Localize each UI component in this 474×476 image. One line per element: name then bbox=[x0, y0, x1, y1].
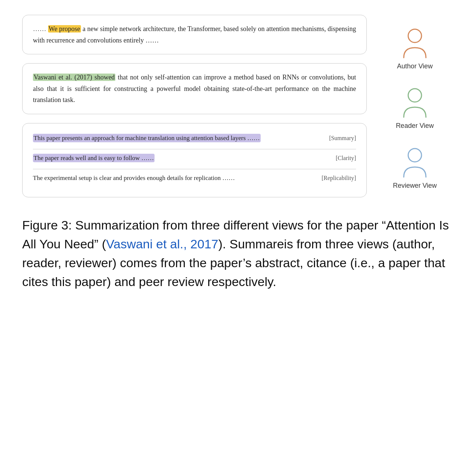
figure-caption: Figure 3: Summarization from three diffe… bbox=[22, 216, 452, 291]
reviewer-clarity-tag: [Clarity] bbox=[336, 153, 356, 163]
svg-point-0 bbox=[408, 29, 421, 42]
reviewer-row-summary: This paper presents an approach for mach… bbox=[33, 132, 356, 145]
caption-link[interactable]: Vaswani et al., 2017 bbox=[106, 237, 219, 251]
avatars-column: Author View Reader View Reviewer View bbox=[378, 15, 452, 197]
reviewer-summary-text: This paper presents an approach for mach… bbox=[33, 133, 329, 144]
author-highlight: We propose bbox=[48, 25, 81, 33]
reviewer-row-clarity: The paper reads well and is easy to foll… bbox=[33, 152, 356, 165]
reviewer-row-replicability: The experimental setup is clear and prov… bbox=[33, 171, 356, 185]
reviewer-avatar-icon bbox=[400, 146, 430, 179]
svg-point-2 bbox=[408, 149, 421, 162]
author-avatar-group: Author View bbox=[397, 26, 433, 70]
author-view-label: Author View bbox=[397, 62, 433, 70]
reader-avatar-group: Reader View bbox=[396, 86, 434, 130]
reviewer-divider-1 bbox=[33, 149, 356, 149]
author-card: …… We propose a new simple network archi… bbox=[22, 15, 367, 54]
top-section: …… We propose a new simple network archi… bbox=[22, 15, 452, 197]
dots-before: …… bbox=[33, 25, 48, 33]
author-avatar-icon bbox=[400, 26, 430, 59]
reader-avatar-icon bbox=[400, 86, 430, 119]
cards-column: …… We propose a new simple network archi… bbox=[22, 15, 367, 197]
reviewer-summary-highlight: This paper presents an approach for mach… bbox=[33, 134, 261, 142]
reviewer-clarity-text: The paper reads well and is easy to foll… bbox=[33, 153, 336, 164]
reader-card: Vaswani et al. (2017) showed that not on… bbox=[22, 63, 367, 114]
reader-highlight: Vaswani et al. (2017) showed bbox=[33, 74, 115, 81]
reviewer-clarity-highlight: The paper reads well and is easy to foll… bbox=[33, 154, 155, 162]
reviewer-replicability-tag: [Replicability] bbox=[322, 173, 356, 183]
svg-point-1 bbox=[408, 89, 421, 102]
reviewer-replicability-text: The experimental setup is clear and prov… bbox=[33, 173, 322, 184]
reviewer-divider-2 bbox=[33, 169, 356, 169]
reviewer-summary-tag: [Summary] bbox=[329, 133, 356, 143]
reviewer-avatar-group: Reviewer View bbox=[393, 146, 437, 190]
reviewer-view-label: Reviewer View bbox=[393, 182, 437, 190]
reader-view-label: Reader View bbox=[396, 122, 434, 130]
reviewer-card: This paper presents an approach for mach… bbox=[22, 123, 367, 197]
author-rest: a new simple network architecture, the T… bbox=[33, 25, 356, 44]
